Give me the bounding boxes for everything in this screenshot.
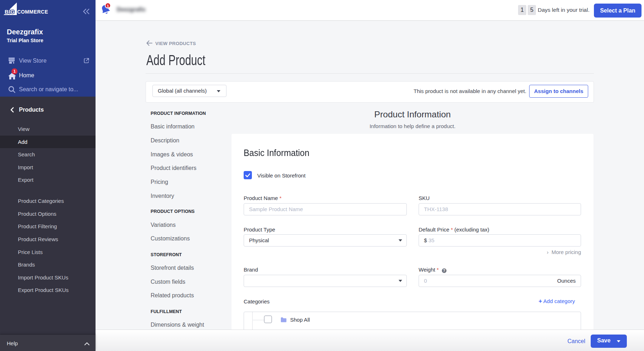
svg-text:BIG: BIG <box>5 9 15 15</box>
svg-text:COMMERCE: COMMERCE <box>17 9 48 15</box>
